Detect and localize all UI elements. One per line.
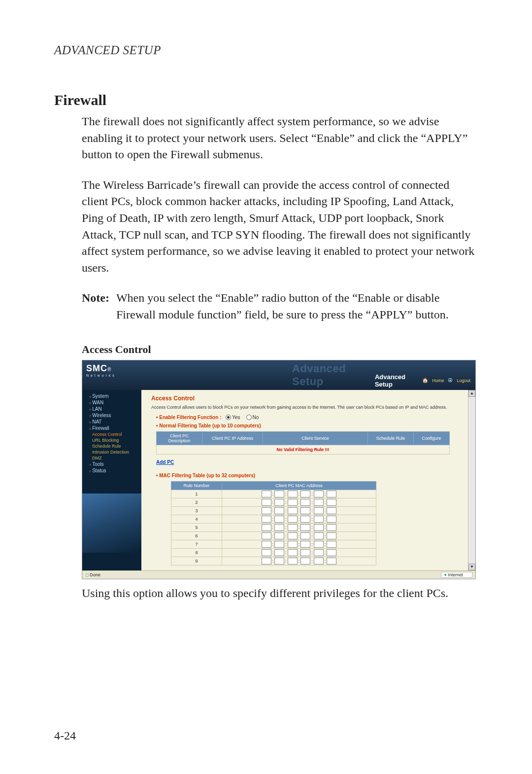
mac-octet-input[interactable] [274,558,284,564]
mac-octet-input[interactable] [327,499,336,506]
banner-watermark: Advanced Setup [154,362,375,388]
mac-rule-number: 1 [171,490,222,498]
mac-octet-input[interactable] [262,532,271,539]
mac-octet-input[interactable] [288,499,298,506]
mac-octet-input[interactable] [274,507,284,514]
mac-octet-input[interactable] [300,499,310,506]
mac-octet-input[interactable] [262,558,271,564]
mac-octet-input[interactable] [314,549,324,556]
mac-octet-input[interactable] [314,491,324,497]
mac-octet-input[interactable] [327,491,336,497]
running-head: ADVANCED SETUP [54,43,478,57]
mac-octet-input[interactable] [300,507,310,514]
nav-tools[interactable]: Tools [82,461,141,467]
nav-nat[interactable]: NAT [82,419,141,425]
enable-filtering-label: Enable Filtering Function : [159,415,221,420]
mac-octet-input[interactable] [274,491,284,497]
mac-octet-input[interactable] [300,541,310,548]
mac-octet-input[interactable] [274,524,284,531]
nav-lan[interactable]: LAN [82,406,141,412]
mac-filtering-label: MAC Filtering Table (up to 32 computers) [151,473,466,478]
nav-intrusion[interactable]: Intrusion Detection [82,449,141,455]
mac-octet-input[interactable] [288,524,298,531]
nav-wireless[interactable]: Wireless [82,412,141,419]
nav-schedule-rule[interactable]: Schedule Rule [82,443,141,449]
mac-octet-input[interactable] [314,507,324,514]
scrollbar[interactable]: ▲ ▼ [468,390,475,571]
mac-octet-input[interactable] [327,524,336,531]
mac-octet-input[interactable] [288,507,298,514]
mac-octet-input[interactable] [327,516,336,523]
side-nav: System WAN LAN Wireless NAT Firewall Acc… [82,390,141,571]
mac-octet-input[interactable] [274,541,284,548]
mac-octet-input[interactable] [262,524,271,531]
logout-link[interactable]: Logout [457,378,470,383]
mac-row: 3::::: [171,507,376,515]
mac-address-cell: ::::: [222,540,376,549]
mac-octet-input[interactable] [274,532,284,539]
mac-header-mac: Client PC MAC Address [222,482,376,490]
mac-octet-input[interactable] [262,499,271,506]
logo-block: SMC® N e t w o r k s [82,360,149,390]
mac-rule-number: 2 [171,498,222,507]
radio-no-label: No [253,415,259,420]
mac-rule-number: 9 [171,557,222,565]
content-description: Access Control allows users to block PCs… [151,405,466,410]
scroll-up-button[interactable]: ▲ [468,390,475,397]
nav-system[interactable]: System [82,393,141,399]
mac-octet-input[interactable] [327,541,336,548]
mac-address-cell: ::::: [222,515,376,524]
add-pc-link[interactable]: Add PC [156,459,174,465]
mac-octet-input[interactable] [300,516,310,523]
mac-octet-input[interactable] [314,541,324,548]
nav-wan[interactable]: WAN [82,399,141,406]
mac-address-cell: ::::: [222,532,376,540]
mac-octet-input[interactable] [300,532,310,539]
mac-octet-input[interactable] [300,549,310,556]
mac-octet-input[interactable] [288,549,298,556]
mac-octet-input[interactable] [288,491,298,497]
mac-octet-input[interactable] [262,541,271,548]
nav-status[interactable]: Status [82,467,141,474]
scroll-down-button[interactable]: ▼ [468,563,475,570]
mac-octet-input[interactable] [314,516,324,523]
mac-address-cell: ::::: [222,498,376,507]
home-link[interactable]: Home [432,378,444,383]
radio-yes[interactable] [226,415,231,420]
nav-url-blocking[interactable]: URL Blocking [82,437,141,443]
mac-octet-input[interactable] [274,549,284,556]
mac-octet-input[interactable] [274,499,284,506]
nav-firewall[interactable]: Firewall [82,425,141,431]
mac-octet-input[interactable] [300,491,310,497]
mac-address-cell: ::::: [222,524,376,532]
mac-octet-input[interactable] [327,507,336,514]
mac-octet-input[interactable] [288,532,298,539]
mac-octet-input[interactable] [327,558,336,564]
mac-octet-input[interactable] [262,549,271,556]
mac-octet-input[interactable] [314,524,324,531]
mac-row: 9::::: [171,557,376,565]
mac-octet-input[interactable] [314,532,324,539]
mac-octet-input[interactable] [274,516,284,523]
mac-octet-input[interactable] [300,558,310,564]
nav-dmz[interactable]: DMZ [82,455,141,461]
mac-octet-input[interactable] [314,558,324,564]
mac-octet-input[interactable] [262,491,271,497]
radio-no[interactable] [246,415,252,420]
radio-yes-label: Yes [232,415,240,420]
nav-access-control[interactable]: Access Control [82,431,141,437]
mac-address-cell: ::::: [222,490,376,498]
logo-registered: ® [107,367,111,372]
mac-address-cell: ::::: [222,507,376,515]
mac-octet-input[interactable] [262,516,271,523]
mac-octet-input[interactable] [288,516,298,523]
mac-octet-input[interactable] [288,541,298,548]
mac-octet-input[interactable] [300,524,310,531]
logo-subtext: N e t w o r k s [86,374,145,377]
mac-octet-input[interactable] [288,558,298,564]
mac-octet-input[interactable] [314,499,324,506]
mac-octet-input[interactable] [262,507,271,514]
content-pane: ▲ ▼ Access Control Access Control allows… [141,390,475,571]
mac-octet-input[interactable] [327,532,336,539]
mac-octet-input[interactable] [327,549,336,556]
